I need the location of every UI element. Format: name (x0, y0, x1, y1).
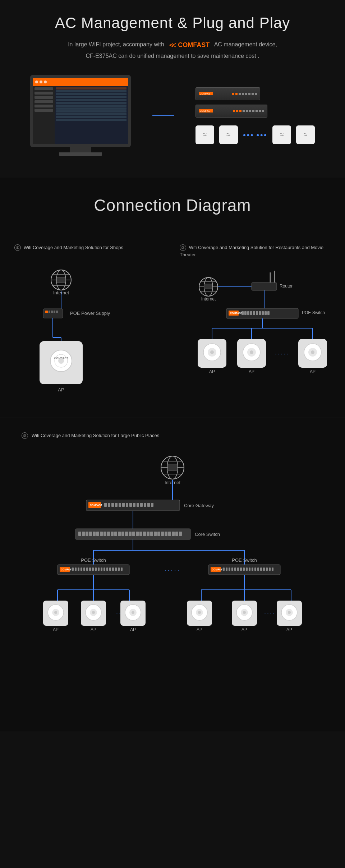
svg-rect-141 (83, 568, 85, 571)
svg-rect-41 (244, 311, 247, 315)
svg-rect-137 (72, 568, 74, 571)
monitor-table (55, 86, 128, 144)
port-dot (259, 110, 261, 112)
svg-text:POE Switch: POE Switch (81, 557, 106, 563)
svg-rect-128 (179, 532, 182, 536)
svg-rect-107 (104, 532, 106, 536)
ac-description: In large WIFI project, accompany with ≪ … (65, 39, 280, 61)
diagrams-row: ① Wifi Coverage and Marketing Solution f… (0, 233, 345, 418)
svg-rect-149 (106, 568, 108, 571)
ac-diagram: COMFAST COMFAST (29, 75, 316, 156)
svg-text:Core Switch: Core Switch (195, 532, 220, 537)
svg-rect-119 (147, 532, 150, 536)
svg-text:Core Gateway: Core Gateway (184, 503, 214, 508)
diagram1-svg: Internet POE Power Supply C (14, 262, 144, 399)
svg-rect-108 (107, 532, 110, 536)
port-dot (262, 110, 264, 112)
svg-text:COMFAST: COMFAST (90, 504, 102, 506)
dots-indicator: ●●● ●●● (243, 132, 268, 138)
monitor (30, 75, 131, 147)
svg-text:AP: AP (130, 627, 136, 632)
port-dot (235, 93, 238, 95)
svg-rect-9 (45, 311, 48, 313)
svg-text:AP: AP (91, 627, 96, 632)
port-dot (232, 93, 234, 95)
svg-rect-44 (253, 311, 255, 315)
svg-rect-150 (109, 568, 111, 571)
svg-text:AP: AP (209, 369, 215, 374)
svg-text:·····: ····· (275, 350, 289, 357)
monitor-wrap (30, 75, 131, 156)
svg-rect-92 (137, 503, 139, 507)
toolbar-dot (35, 81, 38, 83)
svg-rect-145 (95, 568, 97, 571)
svg-rect-116 (136, 532, 139, 536)
toolbar-dot (44, 81, 47, 83)
svg-rect-102 (86, 532, 88, 536)
svg-rect-166 (240, 568, 242, 571)
svg-rect-127 (175, 532, 178, 536)
svg-text:Router: Router (280, 284, 293, 289)
svg-rect-176 (269, 568, 271, 571)
svg-rect-85 (111, 503, 114, 507)
svg-point-64 (250, 350, 253, 354)
svg-rect-146 (98, 568, 100, 571)
port-dot (245, 93, 247, 95)
svg-rect-174 (263, 568, 265, 571)
svg-rect-111 (118, 532, 121, 536)
svg-rect-8 (43, 309, 63, 318)
svg-rect-152 (115, 568, 117, 571)
svg-text:POE Power Supply: POE Power Supply (70, 311, 110, 316)
port-dots (233, 110, 264, 112)
svg-rect-117 (139, 532, 142, 536)
svg-rect-93 (140, 503, 143, 507)
monitor-content (33, 86, 128, 144)
svg-rect-114 (129, 532, 132, 536)
brand-name: COMFAST (178, 40, 210, 51)
svg-point-70 (311, 350, 314, 354)
svg-rect-45 (256, 311, 258, 315)
svg-rect-10 (49, 311, 50, 313)
port-dot (252, 110, 254, 112)
svg-rect-170 (252, 568, 253, 571)
svg-rect-12 (54, 311, 55, 313)
svg-point-22 (58, 358, 64, 364)
table-row (56, 96, 126, 98)
svg-text:COMFAST: COMFAST (230, 312, 243, 314)
svg-rect-154 (121, 568, 123, 571)
svg-rect-121 (154, 532, 157, 536)
svg-rect-43 (250, 311, 252, 315)
svg-rect-139 (78, 568, 79, 571)
svg-rect-101 (82, 532, 85, 536)
svg-rect-87 (119, 503, 121, 507)
sidebar-item (34, 92, 53, 95)
brand-label: COMFAST (199, 92, 213, 95)
svg-rect-164 (234, 568, 236, 571)
monitor-base (59, 152, 102, 156)
svg-text:····: ···· (264, 610, 276, 617)
svg-text:AP: AP (242, 627, 247, 632)
ap-device: ≈ (296, 125, 315, 144)
svg-rect-49 (267, 311, 270, 315)
svg-rect-172 (257, 568, 259, 571)
svg-rect-113 (125, 532, 128, 536)
svg-rect-95 (147, 503, 150, 507)
svg-text:AP: AP (53, 627, 59, 632)
svg-rect-83 (104, 503, 107, 507)
svg-text:AP: AP (249, 369, 254, 374)
svg-rect-40 (242, 311, 244, 315)
svg-rect-11 (51, 311, 53, 313)
svg-rect-143 (89, 568, 91, 571)
port-dot (242, 93, 244, 95)
sidebar-item (34, 100, 53, 103)
port-dot (233, 110, 235, 112)
svg-rect-104 (93, 532, 96, 536)
port-dot (256, 110, 258, 112)
svg-rect-42 (247, 311, 249, 315)
port-dot (239, 110, 242, 112)
svg-point-208 (198, 611, 201, 614)
svg-point-187 (54, 611, 57, 614)
sidebar-item (34, 105, 53, 107)
diagram3-svg: Internet COMFAST Core Gateway (22, 450, 323, 701)
svg-rect-29 (204, 284, 212, 289)
